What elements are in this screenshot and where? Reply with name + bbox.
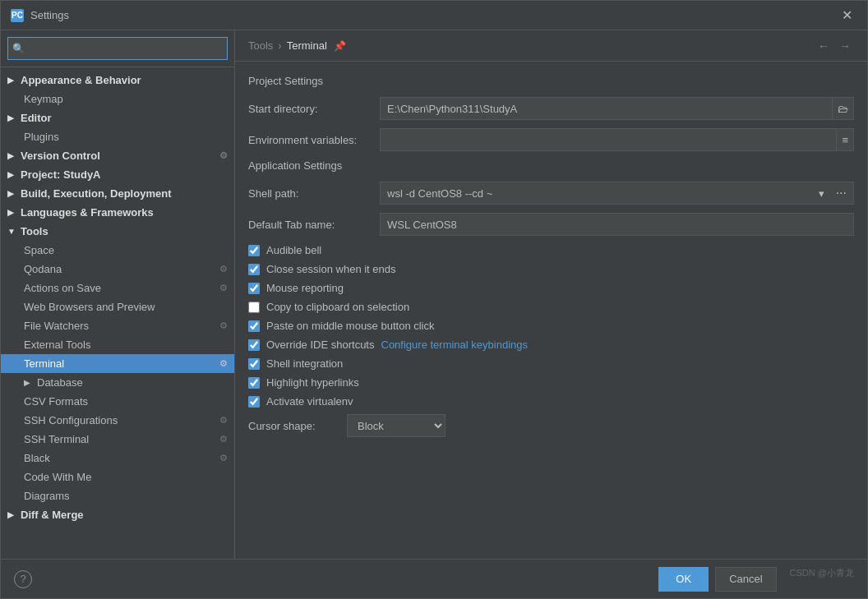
sidebar-item-terminal[interactable]: Terminal ⚙ xyxy=(1,354,234,373)
pin-icon: 📌 xyxy=(334,40,346,52)
dialog-footer: ? OK Cancel CSDN @小青龙 xyxy=(1,559,867,598)
sidebar-item-label: Space xyxy=(24,244,54,256)
gear-icon: ⚙ xyxy=(219,264,228,274)
sidebar-item-web-browsers[interactable]: Web Browsers and Preview xyxy=(1,297,234,316)
main-content: Tools › Terminal 📌 ← → Project Settings … xyxy=(235,30,867,559)
mouse-reporting-checkbox[interactable] xyxy=(248,283,260,294)
breadcrumb-separator: › xyxy=(278,39,281,52)
sidebar-list: ▶ Appearance & Behavior Keymap ▶ Editor … xyxy=(1,67,234,559)
copy-clipboard-label: Copy to clipboard on selection xyxy=(266,301,409,313)
chevron-icon: ▶ xyxy=(7,208,17,217)
start-directory-input[interactable] xyxy=(380,97,833,120)
app-icon: PC xyxy=(11,9,24,22)
checkbox-activate-virtualenv: Activate virtualenv xyxy=(248,395,854,408)
copy-clipboard-checkbox[interactable] xyxy=(248,302,260,313)
breadcrumb-current: Terminal xyxy=(287,39,327,52)
override-ide-checkbox[interactable] xyxy=(248,339,260,351)
ok-button[interactable]: OK xyxy=(658,567,709,592)
sidebar-item-space[interactable]: Space xyxy=(1,241,234,260)
sidebar-item-label: Terminal xyxy=(24,357,64,370)
sidebar-item-diagrams[interactable]: Diagrams xyxy=(1,486,234,505)
sidebar-item-label: SSH Terminal xyxy=(24,433,89,445)
gear-icon: ⚙ xyxy=(219,283,228,293)
sidebar-item-ssh-terminal[interactable]: SSH Terminal ⚙ xyxy=(1,430,234,449)
chevron-icon: ▶ xyxy=(7,151,17,160)
sidebar-item-label: Keymap xyxy=(24,93,63,105)
shell-integration-checkbox[interactable] xyxy=(248,358,260,370)
sidebar-item-version-control[interactable]: ▶ Version Control ⚙ xyxy=(1,146,234,165)
checkbox-paste-middle: Paste on middle mouse button click xyxy=(248,320,854,332)
shell-path-label: Shell path: xyxy=(248,187,380,200)
paste-middle-checkbox[interactable] xyxy=(248,320,260,332)
sidebar-item-label: Diagrams xyxy=(24,490,70,502)
close-button[interactable]: ✕ xyxy=(837,6,857,25)
help-button[interactable]: ? xyxy=(14,570,32,588)
sidebar-item-label: CSV Formats xyxy=(24,395,88,408)
cursor-shape-select[interactable]: Block Underline Beam xyxy=(347,414,446,437)
start-directory-label: Start directory: xyxy=(248,103,380,115)
configure-keybindings-link[interactable]: Configure terminal keybindings xyxy=(381,339,528,351)
cancel-button[interactable]: Cancel xyxy=(715,567,776,592)
chevron-down-icon: ▼ xyxy=(7,227,17,236)
env-variables-label: Environment variables: xyxy=(248,134,380,146)
highlight-hyperlinks-checkbox[interactable] xyxy=(248,377,260,389)
checkbox-shell-integration: Shell integration xyxy=(248,357,854,370)
chevron-icon: ▶ xyxy=(24,378,34,387)
gear-icon: ⚙ xyxy=(219,358,228,369)
shell-path-input-group: ▾ ··· xyxy=(380,182,854,205)
sidebar-item-database[interactable]: ▶ Database xyxy=(1,373,234,392)
sidebar-item-qodana[interactable]: Qodana ⚙ xyxy=(1,260,234,279)
shell-integration-label: Shell integration xyxy=(266,357,343,370)
checkbox-override-ide: Override IDE shortcuts Configure termina… xyxy=(248,339,854,351)
sidebar-item-project[interactable]: ▶ Project: StudyA xyxy=(1,165,234,184)
sidebar-item-code-with-me[interactable]: Code With Me xyxy=(1,468,234,486)
env-variables-row: Environment variables: ≡ xyxy=(248,128,854,151)
shell-path-dropdown-btn[interactable]: ▾ xyxy=(814,182,829,205)
default-tab-input[interactable] xyxy=(380,213,854,236)
sidebar-item-csv-formats[interactable]: CSV Formats xyxy=(1,392,234,411)
audible-bell-label: Audible bell xyxy=(266,244,321,256)
activate-virtualenv-checkbox[interactable] xyxy=(248,396,260,408)
shell-path-more-btn[interactable]: ··· xyxy=(829,182,854,205)
sidebar-item-label: Actions on Save xyxy=(24,282,101,294)
sidebar-item-actions-on-save[interactable]: Actions on Save ⚙ xyxy=(1,279,234,297)
close-session-label: Close session when it ends xyxy=(266,263,396,275)
env-variables-input[interactable] xyxy=(380,128,837,151)
sidebar-item-external-tools[interactable]: External Tools xyxy=(1,335,234,354)
sidebar-item-label: SSH Configurations xyxy=(24,414,118,426)
project-settings-title: Project Settings xyxy=(248,75,854,87)
gear-icon: ⚙ xyxy=(219,415,228,426)
sidebar-item-tools[interactable]: ▼ Tools xyxy=(1,222,234,241)
sidebar-item-editor[interactable]: ▶ Editor xyxy=(1,108,234,127)
close-session-checkbox[interactable] xyxy=(248,264,260,275)
checkbox-mouse-reporting: Mouse reporting xyxy=(248,282,854,294)
sidebar-item-diff-merge[interactable]: ▶ Diff & Merge xyxy=(1,505,234,524)
sidebar-item-build[interactable]: ▶ Build, Execution, Deployment xyxy=(1,184,234,203)
back-arrow[interactable]: ← xyxy=(815,38,833,54)
search-box: 🔍 xyxy=(1,30,234,67)
search-input[interactable] xyxy=(7,37,228,60)
sidebar-item-file-watchers[interactable]: File Watchers ⚙ xyxy=(1,316,234,335)
chevron-icon: ▶ xyxy=(7,189,17,198)
sidebar-item-ssh-configurations[interactable]: SSH Configurations ⚙ xyxy=(1,411,234,430)
sidebar-item-black[interactable]: Black ⚙ xyxy=(1,449,234,468)
dialog-body: 🔍 ▶ Appearance & Behavior Keymap ▶ Edito… xyxy=(1,30,867,559)
sidebar-item-languages[interactable]: ▶ Languages & Frameworks xyxy=(1,203,234,222)
chevron-icon: ▶ xyxy=(7,76,17,85)
start-directory-browse-btn[interactable]: 🗁 xyxy=(833,97,854,120)
env-variables-edit-btn[interactable]: ≡ xyxy=(837,128,854,151)
forward-arrow[interactable]: → xyxy=(836,38,854,54)
search-wrapper: 🔍 xyxy=(7,37,228,60)
sidebar-item-label: Database xyxy=(37,376,83,389)
sidebar-item-label: External Tools xyxy=(24,339,90,351)
shell-path-input[interactable] xyxy=(380,182,814,205)
sidebar-item-appearance[interactable]: ▶ Appearance & Behavior xyxy=(1,71,234,90)
chevron-icon: ▶ xyxy=(7,170,17,179)
sidebar-item-keymap[interactable]: Keymap xyxy=(1,90,234,108)
audible-bell-checkbox[interactable] xyxy=(248,245,260,256)
sidebar-item-plugins[interactable]: Plugins xyxy=(1,127,234,146)
gear-icon: ⚙ xyxy=(219,434,228,445)
mouse-reporting-label: Mouse reporting xyxy=(266,282,344,294)
gear-icon: ⚙ xyxy=(219,150,228,161)
gear-icon: ⚙ xyxy=(219,320,228,331)
